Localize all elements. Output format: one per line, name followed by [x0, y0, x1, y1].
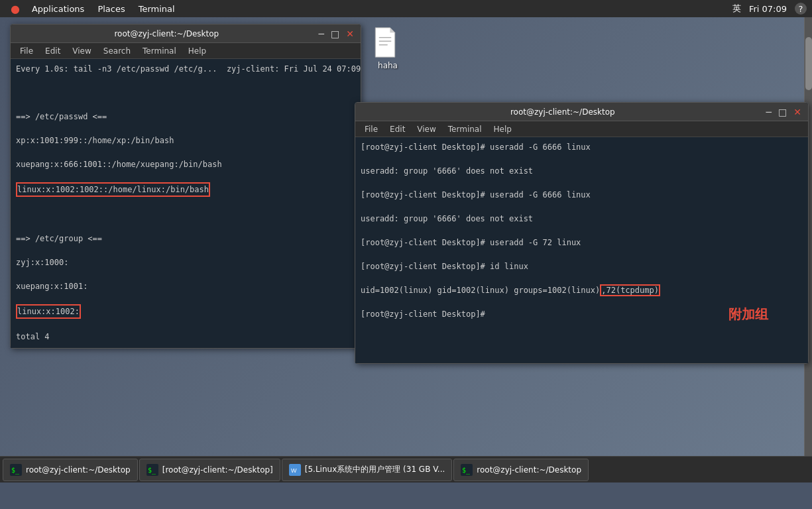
terminal-title-2: root@zyj-client:~/Desktop: [361, 107, 765, 117]
apple-icon: ●: [11, 3, 20, 15]
taskbar-item-3[interactable]: W [5.Linux系统中的用户管理 (31 GB V...: [282, 459, 453, 481]
term2-line-7: uid=1002(linux) gid=1002(linux) groups=1…: [361, 284, 803, 296]
terminal-content-1: Every 1.0s: tail -n3 /etc/passwd /etc/g.…: [11, 59, 361, 348]
term1-file-menu[interactable]: File: [15, 45, 38, 57]
terminal-content-2: [root@zyj-client Desktop]# useradd -G 66…: [355, 137, 808, 363]
maximize-button-1[interactable]: □: [329, 28, 341, 39]
topbar-left: ● Applications Places Terminal: [5, 0, 182, 17]
term1-line-5: xuepang:x:666:1001::/home/xuepang:/bin/b…: [16, 158, 355, 170]
term1-line-3: ==> /etc/passwd <==: [16, 111, 355, 123]
scrollbar-thumb[interactable]: [805, 37, 812, 90]
taskbar-terminal-icon-2: $_: [146, 464, 158, 476]
term2-line-6: [root@zyj-client Desktop]# id linux: [361, 260, 803, 272]
terminal-window-2: root@zyj-client:~/Desktop ─ □ ✕ File Edi…: [355, 102, 809, 364]
haha-file-icon: [372, 27, 404, 58]
terminal-titlebar-2: root@zyj-client:~/Desktop ─ □ ✕: [355, 103, 808, 121]
terminal-controls-2: ─ □ ✕: [765, 107, 803, 117]
terminal-menubar-2: File Edit View Terminal Help: [355, 121, 808, 137]
minimize-button-2[interactable]: ─: [765, 107, 773, 117]
svg-text:$_: $_: [11, 467, 20, 475]
svg-text:$_: $_: [462, 467, 471, 475]
term1-line-1: Every 1.0s: tail -n3 /etc/passwd /etc/g.…: [16, 63, 355, 75]
taskbar-item-1[interactable]: $_ root@zyj-client:~/Desktop: [3, 459, 138, 481]
terminal-menubar-1: File Edit View Search Terminal Help: [11, 43, 361, 59]
term1-line-6: linux:x:1002:1002::/home/linux:/bin/bash: [16, 182, 355, 197]
close-button-2[interactable]: ✕: [792, 107, 803, 117]
term1-terminal-menu[interactable]: Terminal: [137, 45, 182, 57]
taskbar-item-2[interactable]: $_ [root@zyj-client:~/Desktop]: [139, 459, 280, 481]
terminal-controls-1: ─ □ ✕: [318, 28, 355, 39]
taskbar: $_ root@zyj-client:~/Desktop $_ [root@zy…: [0, 456, 812, 482]
taskbar-document-icon: W: [289, 464, 301, 476]
term2-line-2: useradd: group '6666' does not exist: [361, 165, 803, 177]
terminal-menu[interactable]: Terminal: [132, 0, 182, 17]
clock: Fri 07:09: [749, 4, 787, 14]
term2-help-menu[interactable]: Help: [489, 123, 517, 135]
taskbar-label-2: [root@zyj-client:~/Desktop]: [162, 465, 273, 475]
highlighted-passwd-line: linux:x:1002:1002::/home/linux:/bin/bash: [16, 182, 210, 197]
term1-line-11: linux:x:1002:: [16, 304, 355, 319]
svg-text:$_: $_: [148, 467, 156, 475]
term1-line-8: ==> /etc/group <==: [16, 233, 355, 245]
svg-text:W: W: [291, 467, 297, 474]
terminal-titlebar-1: root@zyj-client:~/Desktop ─ □ ✕: [11, 25, 361, 43]
minimize-button-1[interactable]: ─: [318, 28, 325, 39]
term2-line-5: [root@zyj-client Desktop]# useradd -G 72…: [361, 237, 803, 249]
term1-line-12: total 4: [16, 331, 355, 343]
term2-file-menu[interactable]: File: [359, 123, 383, 135]
taskbar-label-3: [5.Linux系统中的用户管理 (31 GB V...: [305, 464, 445, 475]
highlighted-groups-text: ,72(tcpdump): [600, 284, 660, 296]
annotation-fujiazu: 附加组: [728, 306, 768, 323]
term1-line-4: xp:x:1001:999::/home/xp:/bin/bash: [16, 135, 355, 146]
taskbar-item-4[interactable]: $_ root@zyj-client:~/Desktop: [453, 459, 589, 481]
term1-help-menu[interactable]: Help: [183, 45, 211, 57]
desktop-icon-haha[interactable]: haha: [361, 24, 414, 73]
topbar-right: 英 Fri 07:09 ?: [732, 3, 807, 15]
terminal-window-1: root@zyj-client:~/Desktop ─ □ ✕ File Edi…: [10, 24, 361, 349]
term2-terminal-menu[interactable]: Terminal: [443, 123, 487, 135]
applications-label: Applications: [32, 4, 84, 14]
term2-line-1: [root@zyj-client Desktop]# useradd -G 66…: [361, 141, 803, 153]
taskbar-label-4: root@zyj-client:~/Desktop: [477, 465, 581, 475]
desktop: root Trash file: [0, 17, 812, 482]
taskbar-terminal-icon-4: $_: [461, 464, 473, 476]
highlighted-group-line: linux:x:1002:: [16, 304, 81, 319]
term1-line-blank1: [16, 87, 355, 99]
term1-line-10: xuepang:x:1001:: [16, 280, 355, 292]
applications-menu[interactable]: Applications: [25, 0, 91, 17]
places-label: Places: [97, 4, 125, 14]
haha-icon-label: haha: [378, 61, 398, 70]
term1-search-menu[interactable]: Search: [98, 45, 136, 57]
language-indicator[interactable]: 英: [732, 3, 741, 15]
term1-line-9: zyj:x:1000:: [16, 256, 355, 268]
apple-menu-button[interactable]: ●: [5, 0, 25, 17]
taskbar-label-1: root@zyj-client:~/Desktop: [26, 465, 131, 475]
term2-line-4: useradd: group '6666' does not exist: [361, 213, 803, 225]
places-menu[interactable]: Places: [91, 0, 131, 17]
help-button[interactable]: ?: [795, 3, 807, 15]
term1-edit-menu[interactable]: Edit: [40, 45, 66, 57]
terminal-label: Terminal: [139, 4, 175, 14]
top-menubar: ● Applications Places Terminal 英 Fri 07:…: [0, 0, 812, 17]
term1-view-menu[interactable]: View: [67, 45, 96, 57]
terminal-title-1: root@zyj-client:~/Desktop: [16, 29, 318, 38]
term2-line-3: [root@zyj-client Desktop]# useradd -G 66…: [361, 189, 803, 201]
taskbar-terminal-icon-1: $_: [10, 464, 22, 476]
close-button-1[interactable]: ✕: [345, 28, 355, 39]
term2-view-menu[interactable]: View: [412, 123, 441, 135]
term1-line-blank2: [16, 209, 355, 221]
maximize-button-2[interactable]: □: [777, 107, 788, 117]
term2-edit-menu[interactable]: Edit: [384, 123, 410, 135]
